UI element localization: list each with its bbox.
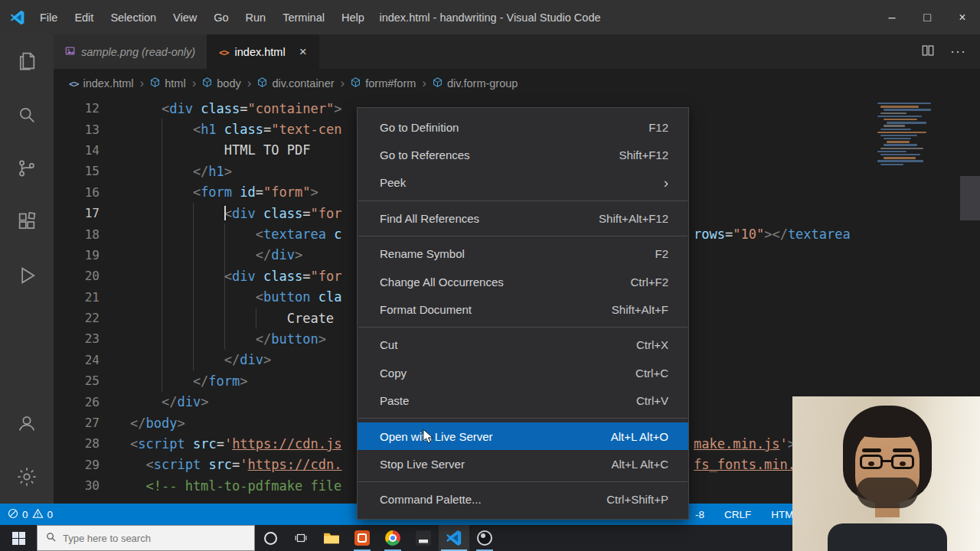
menu-file[interactable]: File — [31, 8, 66, 28]
breadcrumb-item-index-html[interactable]: <>index.html — [69, 77, 134, 90]
task-view-icon[interactable] — [286, 525, 316, 551]
breadcrumb-label: body — [217, 77, 240, 90]
obs-circle-icon[interactable] — [469, 525, 500, 551]
code-token: button — [263, 289, 310, 305]
dark-app-icon[interactable] — [408, 525, 439, 551]
code-token: class — [256, 206, 302, 221]
breadcrumb-label: form#form — [365, 77, 416, 90]
menu-item-shortcut: Ctrl+X — [636, 338, 668, 351]
explorer-icon[interactable] — [0, 34, 54, 88]
line-number: 12 — [54, 101, 100, 116]
vscode-icon[interactable] — [439, 525, 469, 551]
menu-run[interactable]: Run — [237, 8, 275, 28]
line-number: 26 — [54, 395, 100, 409]
context-menu-item-go-to-references[interactable]: Go to ReferencesShift+F12 — [358, 141, 688, 168]
tab-close-icon[interactable]: × — [299, 44, 307, 60]
code-token: textarea — [263, 227, 326, 242]
context-menu-item-peek[interactable]: Peek› — [358, 169, 688, 197]
chrome-icon[interactable] — [377, 525, 408, 551]
code-token: > — [318, 331, 326, 347]
split-editor-icon[interactable] — [921, 44, 935, 60]
code-token: = — [256, 184, 263, 200]
status-item-8[interactable]: -8 — [695, 509, 704, 520]
menu-item-label: Cut — [380, 338, 397, 351]
breadcrumb-item-html[interactable]: html — [150, 77, 185, 90]
code-token: = — [302, 269, 310, 284]
more-actions-icon[interactable]: ··· — [950, 44, 966, 60]
run-debug-icon[interactable] — [0, 249, 54, 302]
settings-gear-icon[interactable] — [0, 450, 54, 504]
minimap-line — [877, 151, 906, 152]
line-number: 29 — [54, 458, 100, 472]
orange-app-icon[interactable] — [347, 525, 377, 551]
minimize-button[interactable]: – — [874, 0, 910, 34]
search-input[interactable] — [63, 533, 247, 544]
context-menu-item-rename-symbol[interactable]: Rename SymbolF2 — [358, 240, 688, 268]
search-icon[interactable] — [0, 88, 54, 142]
code-token — [130, 457, 145, 472]
menu-go[interactable]: Go — [205, 8, 237, 28]
code-token: src — [185, 436, 217, 452]
webcam-person-eyebrow — [862, 448, 881, 452]
line-number: 21 — [54, 290, 100, 305]
context-menu-item-change-all-occurrences[interactable]: Change All OccurrencesCtrl+F2 — [358, 268, 688, 295]
menu-separator — [358, 327, 688, 328]
menu-view[interactable]: View — [165, 8, 205, 28]
context-menu-item-paste[interactable]: PasteCtrl+V — [358, 387, 688, 415]
problems-indicator[interactable]: 0 0 — [8, 508, 53, 521]
context-menu-item-command-palette[interactable]: Command Palette...Ctrl+Shift+P — [358, 486, 688, 514]
context-menu-item-go-to-definition[interactable]: Go to DefinitionF12 — [358, 113, 688, 141]
breadcrumb-label: div.container — [272, 77, 334, 90]
line-number: 15 — [54, 164, 100, 178]
tab-index-html[interactable]: <>index.html× — [207, 34, 318, 69]
code-token: class — [256, 269, 302, 284]
close-button[interactable]: × — [945, 0, 980, 34]
breadcrumb-separator: › — [140, 76, 145, 91]
breadcrumb-item-div-form-group[interactable]: div.form-group — [433, 77, 518, 90]
context-menu-item-cut[interactable]: CutCtrl+X — [358, 331, 688, 359]
line-number: 17 — [54, 206, 100, 220]
start-button[interactable] — [0, 525, 37, 551]
search-glass-icon — [45, 531, 57, 546]
menu-help[interactable]: Help — [333, 8, 373, 28]
menu-item-shortcut: Alt+L Alt+O — [611, 430, 668, 443]
code-token: < — [130, 436, 138, 452]
minimap-line — [877, 116, 922, 117]
line-number: 19 — [54, 248, 100, 262]
breadcrumb-item-form-form[interactable]: form#form — [351, 77, 416, 90]
context-menu-item-find-all-references[interactable]: Find All ReferencesShift+Alt+F12 — [358, 204, 688, 232]
maximize-button[interactable]: □ — [910, 0, 945, 34]
code-token: > — [334, 101, 341, 116]
context-menu-item-stop-live-server[interactable]: Stop Live ServerAlt+L Alt+C — [358, 450, 688, 478]
context-menu-item-open-with-live-server[interactable]: Open with Live ServerAlt+L Alt+O — [358, 422, 688, 450]
breadcrumb-item-div-container[interactable]: div.container — [257, 77, 334, 90]
menu-item-label: Change All Occurrences — [380, 276, 504, 289]
menu-edit[interactable]: Edit — [66, 8, 102, 28]
menu-selection[interactable]: Selection — [102, 8, 165, 28]
breadcrumb-item-body[interactable]: body — [202, 77, 240, 90]
context-menu-item-copy[interactable]: CopyCtrl+C — [358, 359, 688, 386]
code-token: form — [208, 373, 240, 389]
tab-sample-png-read-only[interactable]: sample.png (read-only) — [54, 34, 207, 69]
code-token: div — [177, 394, 201, 409]
account-icon[interactable] — [0, 396, 54, 450]
webcam-person-shirt — [828, 523, 947, 551]
minimap[interactable] — [876, 103, 957, 167]
code-token: < — [130, 101, 169, 116]
symbol-cube-icon — [351, 77, 361, 90]
minimap-line — [884, 125, 905, 126]
source-control-icon[interactable] — [0, 142, 54, 195]
context-menu-item-format-document[interactable]: Format DocumentShift+Alt+F — [358, 295, 688, 323]
breadcrumb-label: html — [165, 77, 185, 90]
code-token: </ — [130, 416, 145, 431]
code-token: div — [240, 352, 263, 367]
code-token: c — [326, 227, 341, 242]
status-item-crlf[interactable]: CRLF — [724, 509, 751, 520]
cortana-icon[interactable] — [255, 525, 286, 551]
taskbar-search[interactable] — [37, 525, 255, 551]
code-file-icon: <> — [69, 77, 78, 90]
scrollbar-thumb[interactable] — [960, 176, 980, 220]
menu-terminal[interactable]: Terminal — [274, 8, 333, 28]
file-explorer-icon[interactable] — [316, 525, 347, 551]
extensions-icon[interactable] — [0, 195, 54, 249]
